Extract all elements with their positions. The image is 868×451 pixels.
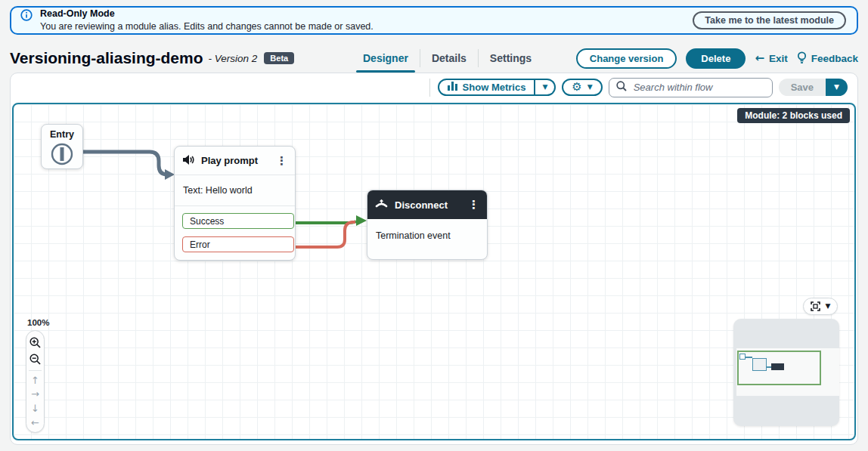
edge-error-to-disconnect	[293, 222, 355, 247]
fit-view-icon	[811, 301, 820, 311]
block-disconnect-body: Termination event	[367, 219, 487, 252]
pan-up-button[interactable]: ↑	[26, 373, 44, 388]
header-actions: Change version Delete ← Exit Feedback	[576, 48, 858, 69]
tab-details[interactable]: Details	[420, 44, 478, 73]
info-icon	[20, 9, 33, 24]
designer-panel: Show Metrics ▼ ⚙ ▼ Save ▼	[10, 73, 858, 445]
minimap-edge	[746, 357, 752, 358]
block-entry-title: Entry	[42, 129, 82, 140]
page-title: Versioning-aliasing-demo	[10, 49, 203, 67]
show-metrics-caret-button[interactable]: ▼	[535, 79, 556, 96]
entry-port-icon	[50, 142, 74, 166]
exit-button[interactable]: ← Exit	[755, 53, 787, 64]
zoom-in-button[interactable]	[26, 335, 44, 351]
chevron-down-icon: ▼	[826, 303, 831, 310]
edge-arrowhead	[356, 215, 367, 226]
settings-split-button: ⚙ ▼	[562, 79, 602, 96]
block-play-prompt-header: Play prompt ⋮	[175, 147, 295, 175]
zoom-out-button[interactable]	[26, 351, 44, 368]
zoom-controls-divider	[29, 370, 42, 371]
search-input[interactable]	[632, 81, 765, 94]
port-error[interactable]: Error	[182, 236, 294, 252]
speaker-icon	[182, 154, 194, 168]
feedback-button[interactable]: Feedback	[797, 51, 858, 66]
pan-left-button[interactable]: ←	[26, 415, 44, 430]
pan-down-button[interactable]: ↓	[26, 401, 44, 415]
title-bar: Versioning-aliasing-demo - Version 2 Bet…	[10, 44, 858, 73]
zoom-controls: ↑ → ↓ ←	[26, 330, 45, 433]
beta-badge: Beta	[264, 52, 294, 64]
pan-right-button[interactable]: →	[26, 387, 44, 401]
toolbar-divider	[429, 79, 430, 97]
block-disconnect-title: Disconnect	[395, 199, 448, 211]
fit-view-button[interactable]: ▼	[803, 298, 838, 315]
show-metrics-split-button: Show Metrics ▼	[438, 79, 556, 96]
readonly-banner: Read-Only Mode You are reviewing a modul…	[10, 6, 858, 35]
show-metrics-button[interactable]: Show Metrics	[438, 79, 536, 96]
chevron-down-icon: ▼	[587, 84, 593, 91]
tab-settings[interactable]: Settings	[479, 44, 543, 73]
chevron-down-icon: ▼	[834, 84, 839, 91]
lightbulb-icon	[797, 51, 807, 66]
block-play-prompt-ports: Success Error	[175, 206, 295, 252]
kebab-menu-icon[interactable]: ⋮	[276, 154, 287, 168]
phone-hangup-icon	[375, 199, 388, 211]
delete-button[interactable]: Delete	[686, 48, 746, 69]
save-split-button: Save ▼	[779, 79, 848, 96]
block-disconnect[interactable]: Disconnect ⋮ Termination event	[367, 190, 488, 260]
kebab-menu-icon[interactable]: ⋮	[468, 198, 479, 212]
latest-module-button[interactable]: Take me to the latest module	[693, 11, 846, 29]
banner-message: You are reviewing a module alias. Edits …	[40, 20, 374, 33]
minimap[interactable]	[733, 319, 839, 426]
save-caret-button[interactable]: ▼	[826, 79, 848, 96]
minimap-entry-block	[739, 354, 746, 360]
block-play-prompt-body: Text: Hello world	[175, 175, 295, 206]
block-play-prompt-title: Play prompt	[201, 155, 258, 166]
tab-bar: Designer Details Settings	[352, 44, 543, 73]
minimap-disconnect-block	[771, 363, 784, 370]
tab-designer[interactable]: Designer	[352, 44, 420, 73]
edge-success-to-disconnect	[293, 221, 356, 223]
port-success[interactable]: Success	[182, 213, 294, 229]
minimap-playprompt-block	[752, 358, 767, 371]
change-version-button[interactable]: Change version	[576, 48, 677, 69]
block-entry[interactable]: Entry	[41, 124, 83, 169]
save-button[interactable]: Save	[779, 79, 826, 96]
flow-canvas[interactable]: Module: 2 blocks used Entry Play prompt …	[12, 103, 856, 440]
version-label: - Version 2	[209, 53, 258, 64]
bar-chart-icon	[448, 82, 457, 93]
arrow-left-icon: ←	[755, 53, 764, 64]
connector-layer	[14, 104, 854, 439]
zoom-in-icon	[29, 337, 41, 348]
gear-icon: ⚙	[572, 82, 581, 93]
search-icon	[616, 81, 627, 94]
banner-title: Read-Only Mode	[40, 8, 374, 20]
edge-entry-to-playprompt	[70, 152, 167, 175]
zoom-level: 100%	[27, 318, 49, 327]
flow-search	[609, 78, 773, 97]
block-play-prompt[interactable]: Play prompt ⋮ Text: Hello world Success …	[174, 146, 296, 261]
chevron-down-icon: ▼	[542, 84, 547, 91]
block-disconnect-header: Disconnect ⋮	[367, 190, 487, 219]
canvas-toolbar: Show Metrics ▼ ⚙ ▼ Save ▼	[11, 73, 857, 101]
zoom-out-icon	[29, 354, 41, 365]
module-usage-badge: Module: 2 blocks used	[737, 108, 850, 123]
canvas-settings-button[interactable]: ⚙ ▼	[562, 79, 602, 96]
